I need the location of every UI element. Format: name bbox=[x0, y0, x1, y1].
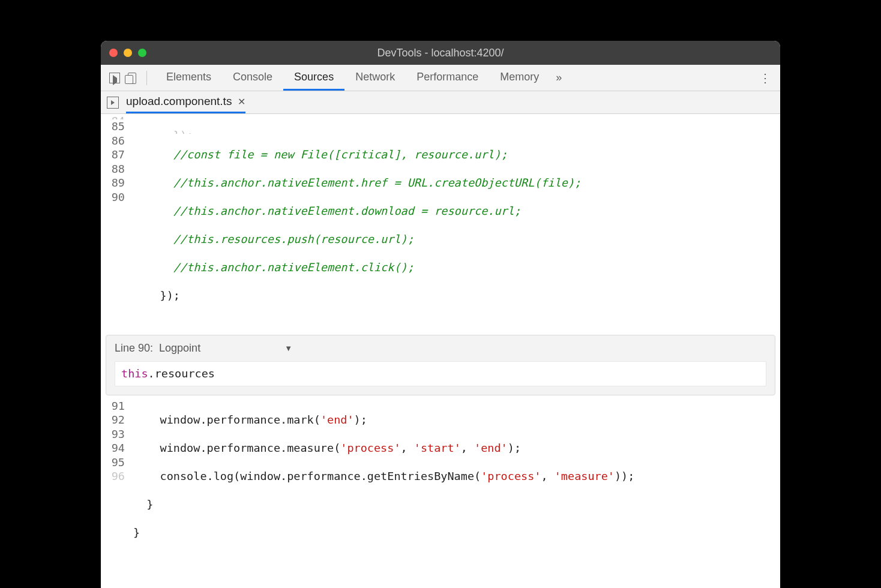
inspect-element-icon[interactable] bbox=[109, 73, 120, 83]
breakpoint-type-select[interactable]: Logpoint ▼ bbox=[159, 341, 292, 356]
titlebar[interactable]: DevTools - localhost:4200/ bbox=[101, 41, 780, 65]
tab-memory[interactable]: Memory bbox=[489, 65, 550, 91]
code-line: }); bbox=[133, 128, 780, 134]
line-number[interactable]: 84 bbox=[101, 114, 125, 119]
tab-sources[interactable]: Sources bbox=[283, 65, 344, 91]
code-line: //this.anchor.nativeElement.href = URL.c… bbox=[133, 176, 780, 190]
line-number[interactable]: 89 bbox=[101, 176, 125, 190]
tab-elements[interactable]: Elements bbox=[155, 65, 222, 91]
line-number[interactable]: 96 bbox=[101, 469, 125, 484]
window-title: DevTools - localhost:4200/ bbox=[101, 47, 780, 59]
code-line: //this.anchor.nativeElement.click(); bbox=[133, 260, 780, 275]
chevron-down-icon: ▼ bbox=[284, 341, 292, 356]
code-editor[interactable]: 84 85 86 87 88 89 90 }); //const file = … bbox=[101, 114, 780, 588]
code-line bbox=[133, 554, 780, 568]
panel-tabs: Elements Console Sources Network Perform… bbox=[155, 65, 562, 91]
close-window-button[interactable] bbox=[109, 49, 118, 57]
close-file-tab-icon[interactable]: ✕ bbox=[238, 96, 245, 107]
code-line: //this.resources.push(resource.url); bbox=[133, 232, 780, 247]
overflow-tabs-button[interactable]: » bbox=[556, 71, 562, 84]
line-number[interactable]: 94 bbox=[101, 441, 125, 455]
code-line: //const file = new File([critical], reso… bbox=[133, 148, 780, 162]
line-number[interactable]: 85 bbox=[101, 119, 125, 134]
settings-menu-icon[interactable]: ⋮ bbox=[759, 71, 772, 85]
logpoint-expr-this: this bbox=[121, 367, 148, 380]
line-number[interactable]: 90 bbox=[101, 190, 125, 205]
line-number[interactable]: 92 bbox=[101, 413, 125, 427]
tab-network[interactable]: Network bbox=[344, 65, 406, 91]
editor-tabs-bar: upload.component.ts ✕ bbox=[101, 91, 780, 114]
tab-console[interactable]: Console bbox=[222, 65, 283, 91]
code-lines-bottom[interactable]: window.performance.mark('end'); window.p… bbox=[130, 399, 780, 589]
code-line: console.log(window.performance.getEntrie… bbox=[133, 469, 780, 484]
line-number[interactable]: 95 bbox=[101, 455, 125, 470]
code-line: window.performance.mark('end'); bbox=[133, 413, 780, 427]
device-toolbar-icon[interactable] bbox=[125, 73, 138, 83]
file-tab-upload-component[interactable]: upload.component.ts ✕ bbox=[126, 91, 245, 113]
file-tab-label: upload.component.ts bbox=[126, 95, 232, 108]
line-number[interactable]: 93 bbox=[101, 427, 125, 442]
logpoint-line-label: Line 90: bbox=[115, 341, 153, 356]
logpoint-expr-rest: .resources bbox=[148, 367, 215, 380]
code-line: } bbox=[133, 497, 780, 512]
line-number[interactable]: 86 bbox=[101, 134, 125, 148]
line-number[interactable]: 88 bbox=[101, 162, 125, 176]
line-gutter[interactable]: 91 92 93 94 95 96 bbox=[101, 399, 130, 589]
devtools-window: DevTools - localhost:4200/ Elements Cons… bbox=[101, 41, 780, 588]
traffic-lights bbox=[109, 49, 146, 57]
tab-performance[interactable]: Performance bbox=[406, 65, 489, 91]
code-lines-top[interactable]: }); //const file = new File([critical], … bbox=[130, 114, 780, 331]
line-gutter[interactable]: 84 85 86 87 88 89 90 bbox=[101, 114, 130, 331]
breakpoint-type-value: Logpoint bbox=[159, 341, 200, 356]
zoom-window-button[interactable] bbox=[138, 49, 146, 57]
line-number[interactable]: 87 bbox=[101, 148, 125, 162]
code-line: } bbox=[133, 526, 780, 540]
toolbar-divider bbox=[146, 71, 147, 85]
code-line: //this.anchor.nativeElement.download = r… bbox=[133, 204, 780, 218]
main-toolbar: Elements Console Sources Network Perform… bbox=[101, 65, 780, 91]
code-line: window.performance.measure('process', 's… bbox=[133, 441, 780, 455]
code-line: }); bbox=[133, 289, 780, 303]
breakpoint-editor-panel: Line 90: Logpoint ▼ this.resources bbox=[106, 335, 775, 395]
line-number[interactable]: 91 bbox=[101, 399, 125, 413]
show-navigator-icon[interactable] bbox=[107, 97, 119, 109]
logpoint-expression-input[interactable]: this.resources bbox=[115, 361, 766, 386]
minimize-window-button[interactable] bbox=[124, 49, 132, 57]
